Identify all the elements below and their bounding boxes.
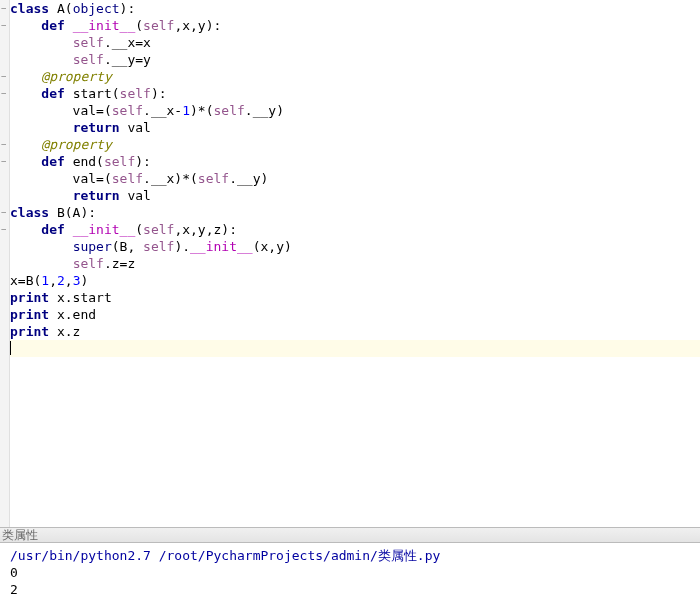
code-line[interactable]: print x.end [10, 306, 700, 323]
code-line[interactable]: val=(self.__x)*(self.__y) [10, 170, 700, 187]
fold-toggle-icon[interactable]: − [1, 90, 8, 97]
code-line[interactable]: class A(object): [10, 0, 700, 17]
code-line[interactable]: class B(A): [10, 204, 700, 221]
code-line[interactable]: def __init__(self,x,y): [10, 17, 700, 34]
gutter: −−−−−−−− [0, 0, 10, 527]
current-line[interactable] [10, 340, 700, 357]
fold-toggle-icon[interactable]: − [1, 73, 8, 80]
console-command-line: /usr/bin/python2.7 /root/PycharmProjects… [10, 547, 690, 564]
code-line[interactable]: self.__y=y [10, 51, 700, 68]
console-output-line: 2 [10, 581, 690, 595]
code-line[interactable]: self.__x=x [10, 34, 700, 51]
code-line[interactable]: self.z=z [10, 255, 700, 272]
fold-toggle-icon[interactable]: − [1, 158, 8, 165]
code-line[interactable]: @property [10, 136, 700, 153]
code-line[interactable]: x=B(1,2,3) [10, 272, 700, 289]
fold-toggle-icon[interactable]: − [1, 141, 8, 148]
run-panel-label[interactable]: 类属性 [0, 527, 700, 543]
fold-toggle-icon[interactable]: − [1, 226, 8, 233]
code-line[interactable]: print x.start [10, 289, 700, 306]
fold-toggle-icon[interactable]: − [1, 209, 8, 216]
code-editor[interactable]: −−−−−−−− class A(object): def __init__(s… [0, 0, 700, 527]
fold-toggle-icon[interactable]: − [1, 5, 8, 12]
code-line[interactable]: val=(self.__x-1)*(self.__y) [10, 102, 700, 119]
code-line[interactable]: super(B, self).__init__(x,y) [10, 238, 700, 255]
code-line[interactable]: def end(self): [10, 153, 700, 170]
console-output-line: 0 [10, 564, 690, 581]
code-line[interactable]: print x.z [10, 323, 700, 340]
code-line[interactable]: return val [10, 119, 700, 136]
text-cursor [10, 341, 11, 355]
code-line[interactable]: def start(self): [10, 85, 700, 102]
code-line[interactable]: return val [10, 187, 700, 204]
fold-toggle-icon[interactable]: − [1, 22, 8, 29]
console-output[interactable]: /usr/bin/python2.7 /root/PycharmProjects… [0, 543, 700, 593]
code-line[interactable]: def __init__(self,x,y,z): [10, 221, 700, 238]
code-line[interactable]: @property [10, 68, 700, 85]
